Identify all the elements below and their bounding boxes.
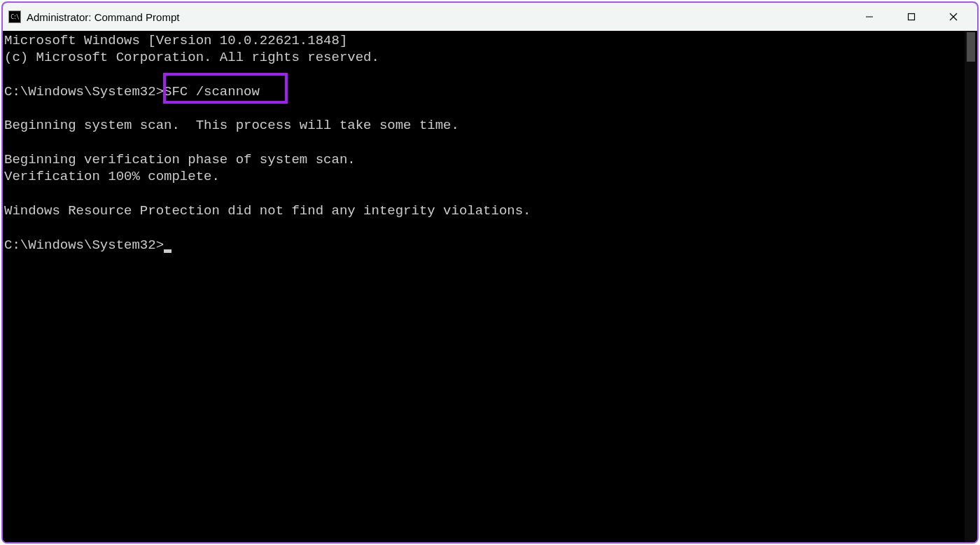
minimize-icon: [865, 13, 874, 21]
maximize-button[interactable]: [890, 3, 932, 31]
svg-rect-1: [909, 14, 915, 20]
prompt-line: C:\Windows\System32>: [4, 237, 965, 254]
command-text: SFC /scannow: [164, 84, 260, 99]
close-icon: [949, 13, 958, 21]
window-controls: [848, 3, 974, 31]
output-blank: [4, 186, 965, 202]
scrollbar-thumb[interactable]: [967, 32, 975, 62]
terminal-output[interactable]: Microsoft Windows [Version 10.0.22621.18…: [3, 31, 965, 542]
close-button[interactable]: [932, 3, 974, 31]
output-line: Beginning system scan. This process will…: [4, 117, 965, 134]
output-blank: [4, 100, 965, 117]
maximize-icon: [907, 13, 916, 21]
command-prompt-window: C:\ Administrator: Command Prompt Micros…: [1, 1, 979, 544]
window-title: Administrator: Command Prompt: [27, 11, 848, 23]
command-prompt-icon: C:\: [8, 11, 21, 23]
prompt-path: C:\Windows\System32>: [4, 84, 164, 99]
output-blank: [4, 219, 965, 236]
titlebar[interactable]: C:\ Administrator: Command Prompt: [3, 3, 977, 31]
minimize-button[interactable]: [848, 3, 890, 31]
cursor: [164, 249, 172, 253]
output-line: (c) Microsoft Corporation. All rights re…: [4, 49, 965, 66]
prompt-line: C:\Windows\System32>SFC /scannow: [4, 83, 965, 100]
output-blank: [4, 134, 965, 151]
output-blank: [4, 67, 965, 83]
scrollbar[interactable]: [965, 31, 977, 542]
terminal-area: Microsoft Windows [Version 10.0.22621.18…: [3, 31, 977, 542]
prompt-path: C:\Windows\System32>: [4, 237, 164, 253]
output-line: Beginning verification phase of system s…: [4, 151, 965, 168]
output-line: Verification 100% complete.: [4, 168, 965, 185]
output-line: Microsoft Windows [Version 10.0.22621.18…: [4, 32, 965, 49]
output-line: Windows Resource Protection did not find…: [4, 202, 965, 219]
